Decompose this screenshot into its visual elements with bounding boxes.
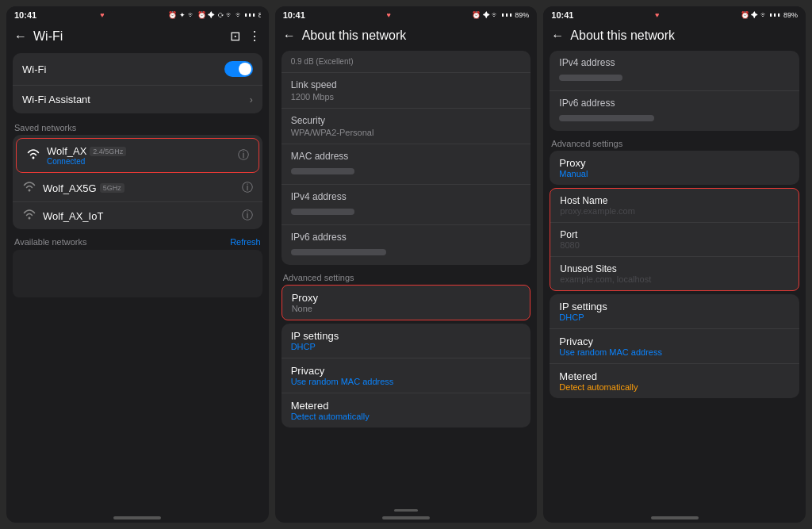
- battery-label-3: ⏰ ✦ ᯤ ▮▮▮ 89%: [741, 11, 798, 19]
- proxy-manual-row[interactable]: Proxy Manual: [550, 151, 799, 185]
- about-screen-1: 10:41 ♥ ⏰ ✦ ᯤ ▮▮▮ 89% ← About this netwo…: [275, 6, 538, 523]
- wifi-signal-icon-1: [26, 148, 40, 163]
- network-badge-wolf-ax: 2.4/5GHz: [90, 147, 126, 156]
- detail-row-link-speed: Link speed 1200 Mbps: [282, 73, 531, 109]
- ip-settings-label-1: IP settings: [291, 330, 522, 342]
- detail-row-ipv4: IPv4 address: [282, 185, 531, 225]
- unused-sites-label: Unused Sites: [560, 263, 789, 274]
- metered-value-1: Detect automatically: [291, 412, 522, 421]
- scroll-dot-2: [394, 509, 418, 512]
- proxy-label-1: Proxy: [292, 292, 521, 304]
- security-value: WPA/WPA2-Personal: [291, 128, 522, 137]
- network-badge-wolf-ax5g: 5GHz: [100, 183, 124, 193]
- network-status-wolf-ax: Connected: [47, 157, 232, 166]
- screen-share-icon[interactable]: ⊡: [230, 29, 240, 44]
- port-label: Port: [560, 229, 789, 240]
- network-row-wolf-ax-iot[interactable]: Wolf_AX_IoT ⓘ: [13, 202, 262, 229]
- wifi-assistant-label: Wi-Fi Assistant: [22, 94, 90, 105]
- network-row-wolf-ax[interactable]: Wolf_AX 2.4/5GHz Connected ⓘ: [16, 138, 259, 173]
- s3-highlighted-section: Host Name proxy.example.com Port 8080 Un…: [550, 188, 799, 291]
- proxy-row-highlighted-1[interactable]: Proxy None: [282, 285, 531, 320]
- home-indicator-3: [651, 516, 699, 519]
- link-speed-label: Link speed: [291, 79, 522, 90]
- about-back-button-2[interactable]: ←: [551, 29, 564, 43]
- wifi-title: Wi-Fi: [33, 29, 224, 44]
- about-title-2: About this network: [570, 29, 798, 43]
- detail-row-ipv6: IPv6 address: [282, 225, 531, 265]
- privacy-label-2: Privacy: [559, 335, 790, 347]
- proxy-manual-value: Manual: [559, 169, 790, 178]
- wifi-toggle-row[interactable]: Wi-Fi: [13, 53, 262, 86]
- settings-section-1: IP settings DHCP Privacy Use random MAC …: [282, 324, 531, 427]
- ip-settings-value-1: DHCP: [291, 342, 522, 351]
- advanced-settings-label-1: Advanced settings: [275, 268, 538, 285]
- network-details-section-1: 0.9 dB (Excellent) Link speed 1200 Mbps …: [282, 51, 531, 265]
- screens-container: 10:41 ♥ ⏰ ✦ ᯤ ⏰ ✦ ⟳ ᯤ ᯤ ▮▮▮ 89% ← Wi-Fi …: [0, 0, 812, 529]
- available-networks-blurred: [13, 250, 262, 297]
- network-info-icon-wolf-ax5g[interactable]: ⓘ: [242, 181, 253, 195]
- wifi-back-button[interactable]: ←: [14, 29, 27, 44]
- status-bar-1: 10:41 ♥ ⏰ ✦ ᯤ ⏰ ✦ ⟳ ᯤ ᯤ ▮▮▮ 89%: [6, 6, 269, 24]
- privacy-row-1[interactable]: Privacy Use random MAC address: [282, 358, 531, 393]
- metered-label-1: Metered: [291, 400, 522, 412]
- host-name-row[interactable]: Host Name proxy.example.com: [550, 189, 799, 223]
- ipv6-value-bar: [291, 249, 386, 255]
- ipv4-label: IPv4 address: [291, 191, 522, 202]
- ip-settings-row-1[interactable]: IP settings DHCP: [282, 324, 531, 358]
- unused-sites-value: example.com, localhost: [560, 274, 789, 284]
- host-name-value: proxy.example.com: [560, 206, 789, 216]
- network-name-wolf-ax-iot: Wolf_AX_IoT: [43, 210, 236, 222]
- network-row-wolf-ax5g[interactable]: Wolf_AX5G 5GHz ⓘ: [13, 174, 262, 202]
- unused-sites-row[interactable]: Unused Sites example.com, localhost: [550, 257, 799, 290]
- about-back-button-1[interactable]: ←: [283, 29, 296, 43]
- status-bar-2: 10:41 ♥ ⏰ ✦ ᯤ ▮▮▮ 89%: [275, 6, 538, 24]
- detail-row-security: Security WPA/WPA2-Personal: [282, 109, 531, 144]
- metered-row-1[interactable]: Metered Detect automatically: [282, 393, 531, 427]
- alarm-icon-1: ⏰: [168, 11, 177, 19]
- privacy-label-1: Privacy: [291, 365, 522, 377]
- s3-ipv6-label: IPv6 address: [559, 98, 790, 109]
- available-networks-row: Available networks Refresh: [6, 234, 269, 250]
- ip-settings-row-2[interactable]: IP settings DHCP: [550, 294, 799, 329]
- refresh-button[interactable]: Refresh: [230, 237, 261, 247]
- s3-ipv4-row: IPv4 address: [550, 51, 799, 91]
- status-time-3: 10:41: [551, 10, 573, 20]
- network-info-icon-wolf-ax[interactable]: ⓘ: [238, 148, 249, 163]
- wifi-assistant-row[interactable]: Wi-Fi Assistant ›: [13, 86, 262, 113]
- s3-ipv4-bar: [559, 75, 622, 81]
- privacy-value-2: Use random MAC address: [559, 347, 790, 357]
- wifi-assistant-chevron: ›: [250, 94, 253, 105]
- heart-icon-1: ♥: [100, 11, 104, 19]
- network-name-wolf-ax: Wolf_AX 2.4/5GHz: [47, 145, 232, 157]
- bt-icon-1: ✦: [179, 11, 186, 19]
- wifi-toggle-label: Wi-Fi: [22, 63, 46, 75]
- status-icons-3: ⏰ ✦ ᯤ ▮▮▮ 89%: [741, 11, 798, 19]
- wifi-signal-icon-2: [22, 181, 36, 195]
- heart-icon-2: ♥: [386, 11, 390, 19]
- wifi-signal-icon-3: [22, 209, 36, 223]
- saved-networks-section: Wolf_AX 2.4/5GHz Connected ⓘ: [13, 135, 262, 229]
- ipv6-label: IPv6 address: [291, 232, 522, 243]
- metered-row-2[interactable]: Metered Detect automatically: [550, 364, 799, 398]
- proxy-value-none-1: None: [292, 304, 521, 313]
- scroll-top-value: 0.9 dB (Excellent): [291, 57, 522, 66]
- about-header-1: ← About this network: [275, 24, 538, 48]
- settings-section-2: IP settings DHCP Privacy Use random MAC …: [550, 294, 799, 398]
- status-icons-1: ⏰ ✦ ᯤ ⏰ ✦ ⟳ ᯤ ᯤ ▮▮▮ 89%: [168, 11, 261, 19]
- network-info-icon-wolf-ax-iot[interactable]: ⓘ: [242, 209, 253, 223]
- s3-ipv6-row: IPv6 address: [550, 91, 799, 131]
- ipv4-value-bar: [291, 209, 354, 215]
- about-content-1: 0.9 dB (Excellent) Link speed 1200 Mbps …: [275, 48, 538, 508]
- port-value: 8080: [560, 240, 789, 250]
- battery-label-2: ⏰ ✦ ᯤ ▮▮▮ 89%: [472, 11, 529, 19]
- saved-networks-label: Saved networks: [6, 118, 269, 135]
- network-info-wolf-ax: Wolf_AX 2.4/5GHz Connected: [47, 145, 232, 166]
- about-header-2: ← About this network: [543, 24, 806, 48]
- wifi-content: Wi-Fi Wi-Fi Assistant › Saved networks: [6, 48, 269, 513]
- more-options-icon[interactable]: ⋮: [248, 29, 261, 44]
- wifi-toggle[interactable]: [224, 61, 253, 77]
- privacy-row-2[interactable]: Privacy Use random MAC address: [550, 329, 799, 364]
- detail-row-scroll-top: 0.9 dB (Excellent): [282, 51, 531, 73]
- detail-row-mac: MAC address: [282, 144, 531, 185]
- port-row[interactable]: Port 8080: [550, 223, 799, 257]
